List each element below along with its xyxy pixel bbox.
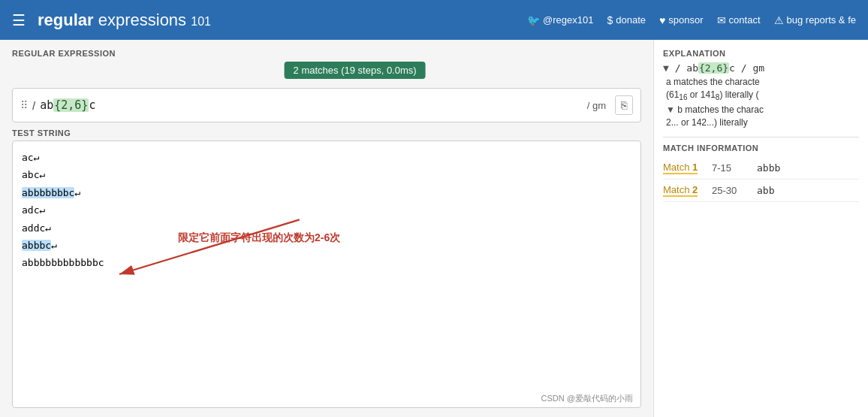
nav-sponsor[interactable]: ♥ sponsor bbox=[659, 14, 704, 26]
list-item: abbbbbbbbbbbbc bbox=[22, 254, 631, 271]
match-range-2: 25-30 bbox=[712, 185, 749, 196]
title-regular: regular bbox=[38, 11, 94, 29]
match-info-section: MATCH INFORMATION Match 1 7-15 abbb Matc… bbox=[663, 137, 859, 202]
match-row-1: Match 1 7-15 abbb bbox=[663, 157, 859, 180]
menu-icon[interactable]: ☰ bbox=[12, 11, 26, 29]
warning-icon: ⚠ bbox=[774, 14, 784, 26]
list-item: ac↵ bbox=[22, 149, 631, 166]
nav-twitter[interactable]: 🐦 @regex101 bbox=[527, 14, 593, 26]
match-row-2: Match 2 25-30 abb bbox=[663, 180, 859, 202]
regex-flags[interactable]: / gm bbox=[583, 100, 610, 111]
match-highlight-1: abbbbbbbc bbox=[22, 187, 74, 198]
explanation-item-4: 2... or 142...) literally bbox=[663, 117, 859, 128]
regex-section-label: REGULAR EXPRESSION bbox=[12, 49, 641, 58]
twitter-icon: 🐦 bbox=[527, 14, 540, 26]
watermark: CSDN @爱敲代码的小雨 bbox=[541, 393, 633, 404]
explanation-section: EXPLANATION ▼ / ab{2,6}c / gm a matches … bbox=[663, 49, 859, 128]
explanation-item-1: a matches the characte bbox=[663, 77, 859, 87]
mail-icon: ✉ bbox=[717, 14, 726, 26]
test-string-section[interactable]: ac↵ abc↵ abbbbbbbc↵ adc↵ addc↵ abbbc↵ ab… bbox=[12, 141, 641, 408]
title-rest: expressions bbox=[94, 11, 187, 29]
header-nav: 🐦 @regex101 $ donate ♥ sponsor ✉ contact… bbox=[527, 14, 856, 26]
regex-section: 2 matches (19 steps, 0.0ms) ⠿ / ab{2,6}c… bbox=[12, 88, 641, 122]
main-layout: REGULAR EXPRESSION 2 matches (19 steps, … bbox=[0, 40, 868, 417]
explanation-pattern: ▼ / ab{2,6}c / gm bbox=[663, 62, 859, 74]
right-panel: EXPLANATION ▼ / ab{2,6}c / gm a matches … bbox=[653, 40, 868, 417]
chevron-down-icon-2: ▼ bbox=[666, 104, 675, 115]
test-string-content[interactable]: ac↵ abc↵ abbbbbbbc↵ adc↵ addc↵ abbbc↵ ab… bbox=[13, 141, 640, 407]
drag-handle-icon[interactable]: ⠿ bbox=[20, 99, 28, 111]
match-label-1: Match 1 bbox=[663, 162, 704, 174]
left-panel: REGULAR EXPRESSION 2 matches (19 steps, … bbox=[0, 40, 653, 417]
match-range-1: 7-15 bbox=[712, 162, 749, 174]
list-item: abbbc↵ bbox=[22, 237, 631, 254]
copy-regex-button[interactable]: ⎘ bbox=[615, 95, 633, 115]
explanation-item-3: ▼ b matches the charac bbox=[663, 104, 859, 115]
regex-plain-2: c bbox=[89, 98, 95, 112]
header: ☰ regular expressions 101 🐦 @regex101 $ … bbox=[0, 0, 868, 40]
match-highlight-2: abbbc bbox=[22, 240, 51, 251]
test-string-label: TEST STRING bbox=[12, 128, 641, 137]
chevron-down-icon: ▼ bbox=[663, 62, 669, 74]
regex-section-wrapper: REGULAR EXPRESSION 2 matches (19 steps, … bbox=[12, 49, 641, 122]
match-value-2: abb bbox=[757, 185, 774, 196]
list-item: abc↵ bbox=[22, 166, 631, 183]
explanation-title: EXPLANATION bbox=[663, 49, 859, 58]
match-label-2: Match 2 bbox=[663, 184, 704, 197]
regex-flags-value: gm bbox=[592, 100, 606, 111]
regex-quantifier: {2,6} bbox=[53, 98, 89, 112]
title-version: 101 bbox=[191, 15, 211, 28]
match-value-1: abbb bbox=[757, 162, 780, 174]
site-title: regular expressions 101 bbox=[38, 11, 211, 30]
list-item: adc↵ bbox=[22, 201, 631, 219]
match-info-title: MATCH INFORMATION bbox=[663, 137, 859, 153]
nav-donate[interactable]: $ donate bbox=[607, 14, 646, 26]
regex-input-row: ⠿ / ab{2,6}c / gm ⎘ bbox=[13, 89, 640, 122]
test-string-section-wrapper: TEST STRING ac↵ abc↵ abbbbbbbc↵ adc↵ add… bbox=[12, 128, 641, 408]
list-item: abbbbbbbc↵ bbox=[22, 184, 631, 201]
nav-contact[interactable]: ✉ contact bbox=[717, 14, 761, 26]
explanation-item-2: (6116 or 1418) literally ( bbox=[663, 89, 859, 101]
nav-bugreports[interactable]: ⚠ bug reports & fe bbox=[774, 14, 857, 26]
heart-icon: ♥ bbox=[659, 14, 665, 26]
exp-quantifier-highlight: {2,6} bbox=[698, 62, 729, 74]
list-item: addc↵ bbox=[22, 219, 631, 237]
match-badge: 2 matches (19 steps, 0.0ms) bbox=[285, 62, 426, 79]
regex-close-delimiter: / bbox=[587, 100, 592, 111]
regex-open-delimiter: / bbox=[32, 99, 35, 112]
regex-plain-1: ab bbox=[40, 98, 53, 112]
regex-pattern[interactable]: ab{2,6}c bbox=[40, 98, 578, 112]
dollar-icon: $ bbox=[607, 14, 613, 26]
